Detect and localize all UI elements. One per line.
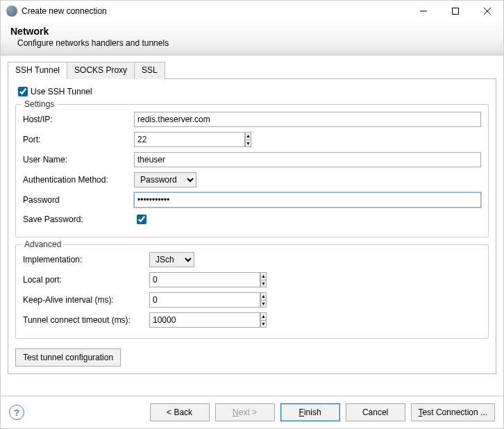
dialog-window: Create new connection Network Configure … (0, 0, 504, 429)
svg-rect-1 (453, 8, 459, 15)
tab-socks-proxy[interactable]: SOCKS Proxy (67, 62, 135, 79)
implementation-label: Implementation: (23, 255, 149, 264)
port-spin-down[interactable]: ▼ (246, 140, 251, 147)
test-connection-button[interactable]: Test Connection ... (411, 403, 495, 421)
settings-group: Settings Host/IP: Port: ▲ ▼ (15, 104, 489, 237)
test-tunnel-button[interactable]: Test tunnel configuration (15, 348, 121, 367)
password-input[interactable] (134, 192, 481, 208)
keepalive-spin-up[interactable]: ▲ (261, 293, 266, 300)
port-input[interactable] (134, 132, 245, 147)
titlebar: Create new connection (1, 1, 503, 22)
use-ssh-label: Use SSH Tunnel (31, 87, 92, 96)
minimize-button[interactable] (408, 1, 439, 22)
advanced-group: Advanced Implementation: JSch Local port… (15, 244, 489, 339)
auth-method-label: Authentication Method: (23, 175, 134, 185)
keepalive-spinner: ▲ ▼ (149, 292, 205, 308)
local-port-spin-up[interactable]: ▲ (261, 273, 266, 280)
auth-method-select[interactable]: Password (134, 172, 196, 187)
timeout-spin-down[interactable]: ▼ (261, 320, 266, 328)
local-port-input[interactable] (149, 272, 260, 287)
window-title: Create new connection (22, 6, 408, 16)
keepalive-spin-buttons: ▲ ▼ (260, 292, 267, 308)
back-button[interactable]: < Back (150, 403, 210, 421)
password-label: Password (23, 195, 134, 205)
cancel-button[interactable]: Cancel (346, 403, 405, 421)
app-icon (6, 6, 17, 17)
port-spinner: ▲ ▼ (134, 132, 176, 147)
save-password-label: Save Password: (23, 214, 134, 224)
finish-button[interactable]: Finish (280, 403, 340, 421)
port-spin-up[interactable]: ▲ (246, 133, 251, 140)
keepalive-label: Keep-Alive interval (ms): (23, 295, 149, 305)
port-label: Port: (23, 135, 134, 144)
use-ssh-checkbox[interactable] (18, 87, 28, 96)
port-spin-buttons: ▲ ▼ (245, 132, 251, 147)
local-port-spin-down[interactable]: ▼ (261, 280, 266, 287)
help-button[interactable]: ? (9, 405, 24, 420)
page-subtitle: Configure networks handlers and tunnels (17, 38, 494, 48)
close-button[interactable] (471, 1, 503, 22)
tab-panel-ssh: Use SSH Tunnel Settings Host/IP: Port: ▲… (8, 79, 496, 374)
tab-ssl[interactable]: SSL (134, 62, 165, 79)
host-label: Host/IP: (23, 115, 134, 124)
maximize-button[interactable] (439, 1, 471, 22)
local-port-label: Local port: (23, 275, 149, 285)
timeout-spinner: ▲ ▼ (149, 312, 205, 328)
timeout-label: Tunnel connect timeout (ms): (23, 315, 149, 325)
timeout-input[interactable] (149, 312, 260, 328)
dialog-body: SSH Tunnel SOCKS Proxy SSL Use SSH Tunne… (1, 56, 503, 396)
page-title: Network (10, 26, 494, 37)
implementation-select[interactable]: JSch (149, 252, 194, 267)
keepalive-input[interactable] (149, 292, 260, 308)
next-button[interactable]: Next > (215, 403, 275, 421)
host-input[interactable] (134, 112, 481, 127)
keepalive-spin-down[interactable]: ▼ (261, 300, 266, 308)
tabbar: SSH Tunnel SOCKS Proxy SSL (8, 61, 496, 79)
local-port-spin-buttons: ▲ ▼ (260, 272, 267, 287)
tab-ssh-tunnel[interactable]: SSH Tunnel (8, 62, 67, 79)
timeout-spin-up[interactable]: ▲ (261, 313, 266, 320)
settings-legend: Settings (22, 99, 57, 109)
username-input[interactable] (134, 152, 481, 167)
advanced-legend: Advanced (22, 239, 64, 249)
save-password-checkbox[interactable] (137, 214, 146, 224)
use-ssh-row: Use SSH Tunnel (15, 85, 489, 99)
dialog-header: Network Configure networks handlers and … (1, 22, 503, 56)
timeout-spin-buttons: ▲ ▼ (260, 312, 267, 328)
dialog-footer: ? < Back Next > Finish Cancel Test Conne… (1, 396, 503, 428)
username-label: User Name: (23, 155, 134, 165)
local-port-spinner: ▲ ▼ (149, 272, 205, 287)
window-controls (408, 1, 503, 22)
